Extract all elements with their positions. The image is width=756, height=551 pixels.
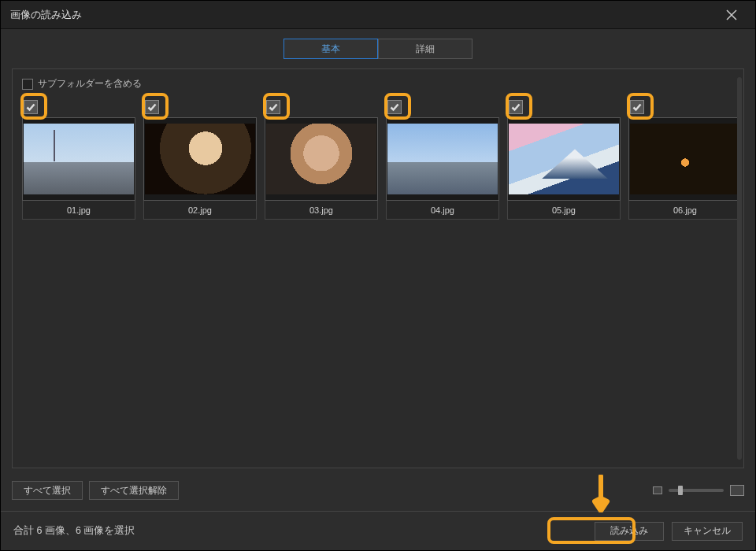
thumbnail-checkbox[interactable] xyxy=(509,100,523,114)
select-all-button[interactable]: すべて選択 xyxy=(12,481,83,500)
close-icon xyxy=(726,9,737,20)
tab-basic[interactable]: 基本 xyxy=(284,39,378,59)
selection-toolbar: すべて選択 すべて選択解除 xyxy=(12,475,744,506)
check-icon xyxy=(632,102,642,112)
thumbnail-frame xyxy=(143,117,257,201)
thumbnail-checkbox[interactable] xyxy=(145,100,159,114)
check-icon xyxy=(269,102,278,112)
cancel-button[interactable]: キャンセル xyxy=(672,522,743,541)
import-dialog: 画像の読み込み 基本 詳細 サブフォルダーを含める 01 xyxy=(0,0,756,551)
check-icon xyxy=(390,102,399,112)
check-icon xyxy=(147,102,157,112)
thumbnail-frame xyxy=(22,117,135,201)
footer: 合計 6 画像、6 画像を選択 読み込み キャンセル xyxy=(1,511,755,550)
thumbnail-card[interactable]: 05.jpg xyxy=(507,97,621,220)
thumbnail-filename: 01.jpg xyxy=(22,201,135,220)
thumbnail-image xyxy=(630,124,740,194)
thumbnail-image xyxy=(387,124,498,194)
thumbnail-checkbox[interactable] xyxy=(24,100,38,114)
slider-knob[interactable] xyxy=(678,486,683,495)
include-subfolders-checkbox[interactable] xyxy=(22,79,33,90)
vertical-scrollbar[interactable] xyxy=(737,77,742,460)
status-text: 合計 6 画像、6 画像を選択 xyxy=(13,524,587,538)
thumbnail-checkbox[interactable] xyxy=(266,100,280,114)
thumbnail-filename: 05.jpg xyxy=(507,201,621,220)
thumbnail-frame xyxy=(265,117,378,201)
thumbnail-size-control xyxy=(653,485,744,496)
thumbnail-frame xyxy=(507,117,621,201)
check-icon xyxy=(26,102,35,112)
thumbnail-filename: 02.jpg xyxy=(143,201,257,220)
thumbnail-image xyxy=(266,124,376,194)
thumbnail-card[interactable]: 01.jpg xyxy=(22,97,135,220)
thumbnail-grid: 01.jpg 02.jpg xyxy=(22,97,734,220)
close-button[interactable] xyxy=(717,1,746,29)
thumb-large-icon[interactable] xyxy=(730,485,744,496)
tab-advanced[interactable]: 詳細 xyxy=(378,39,472,59)
thumbnail-filename: 04.jpg xyxy=(386,201,499,220)
thumbnail-image xyxy=(509,124,619,194)
tab-bar: 基本 詳細 xyxy=(1,29,755,68)
thumbnail-image xyxy=(24,124,134,194)
titlebar: 画像の読み込み xyxy=(1,1,755,29)
thumbnail-frame xyxy=(386,117,499,201)
thumbnail-filename: 03.jpg xyxy=(265,201,378,220)
check-icon xyxy=(511,102,521,112)
thumbnail-card[interactable]: 03.jpg xyxy=(265,97,378,220)
thumbnail-card[interactable]: 06.jpg xyxy=(628,97,742,220)
deselect-all-button[interactable]: すべて選択解除 xyxy=(89,481,179,500)
content-area: サブフォルダーを含める 01.jpg xyxy=(12,68,744,468)
import-button[interactable]: 読み込み xyxy=(595,522,664,541)
thumbnail-checkbox[interactable] xyxy=(387,100,402,114)
thumb-small-icon[interactable] xyxy=(653,486,662,494)
thumbnail-image xyxy=(145,124,255,194)
thumbnail-size-slider[interactable] xyxy=(669,489,724,492)
include-subfolders-label: サブフォルダーを含める xyxy=(38,77,142,91)
window-title: 画像の読み込み xyxy=(10,8,717,22)
thumbnail-card[interactable]: 02.jpg xyxy=(143,97,257,220)
thumbnail-card[interactable]: 04.jpg xyxy=(386,97,499,220)
thumbnail-frame xyxy=(628,117,742,201)
thumbnail-checkbox[interactable] xyxy=(630,100,644,114)
include-subfolders-row: サブフォルダーを含める xyxy=(22,77,734,91)
thumbnail-filename: 06.jpg xyxy=(628,201,742,220)
